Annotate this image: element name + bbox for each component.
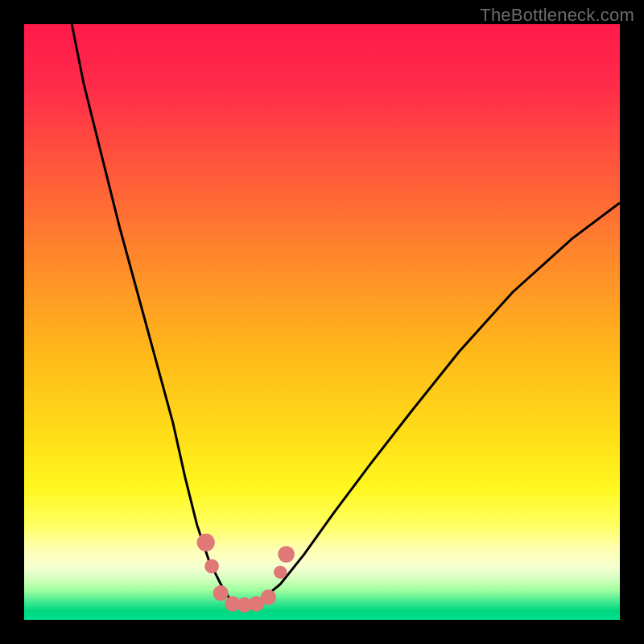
marker-right-mid (274, 566, 287, 579)
chart-frame: TheBottleneck.com (0, 0, 644, 644)
marker-left-mid (204, 559, 219, 574)
marker-left-upper (197, 534, 215, 551)
curve-layer (24, 24, 620, 620)
marker-right-end (261, 589, 276, 605)
marker-right-upper (278, 546, 295, 563)
watermark-text: TheBottleneck.com (480, 5, 634, 26)
plot-area (24, 24, 620, 620)
marker-group (197, 534, 295, 613)
curve-path (72, 24, 620, 605)
bottleneck-curve (72, 24, 620, 605)
marker-left-start (213, 585, 229, 601)
